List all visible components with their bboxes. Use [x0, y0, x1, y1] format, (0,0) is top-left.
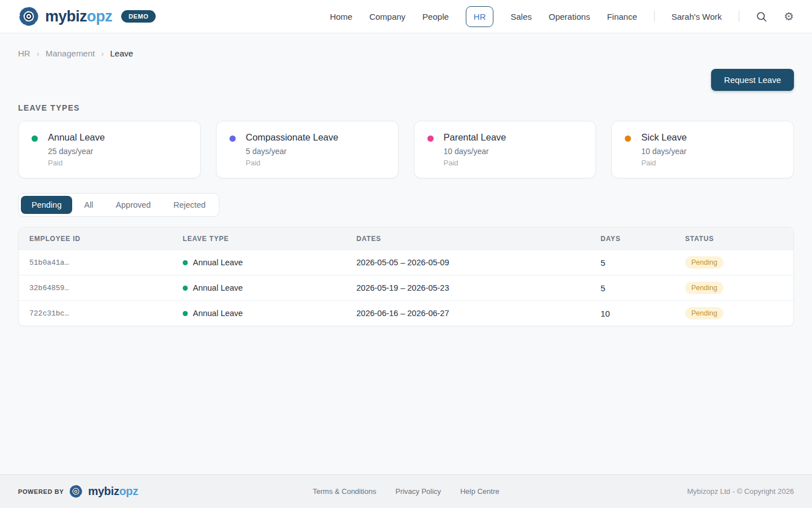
leave-requests-table: EMPLOYEE ID LEAVE TYPE DATES DAYS STATUS… — [18, 227, 794, 326]
table-row[interactable]: 51b0a41a… Annual Leave 2026-05-05 – 2026… — [19, 249, 793, 275]
leave-type-paid: Paid — [246, 159, 338, 167]
nav-item-hr[interactable]: HR — [466, 6, 494, 27]
app-header: mybizopz DEMO Home Company People HR Sal… — [0, 0, 812, 33]
table-header-row: EMPLOYEE ID LEAVE TYPE DATES DAYS STATUS — [19, 227, 793, 249]
status-filter-tabs: Pending All Approved Rejected — [18, 193, 219, 217]
leave-type-name: Compassionate Leave — [246, 132, 338, 143]
leave-type-label: Annual Leave — [193, 258, 243, 267]
leave-type-name: Sick Leave — [641, 132, 687, 143]
nav-item-people[interactable]: People — [422, 12, 449, 21]
search-icon[interactable] — [756, 11, 767, 22]
leave-type-card-parental: Parental Leave 10 days/year Paid — [414, 121, 597, 178]
status-cell: Pending — [685, 256, 793, 269]
leave-type-cell: Annual Leave — [183, 309, 356, 318]
main-content: HR › Management › Leave Request Leave LE… — [0, 33, 812, 474]
copyright-text: Mybizopz Ltd - © Copyright 2026 — [687, 487, 794, 496]
user-menu[interactable]: Sarah's Work — [672, 12, 722, 21]
table-row[interactable]: 722c31bc… Annual Leave 2026-06-16 – 2026… — [19, 300, 793, 326]
employee-id: 32b64859… — [29, 284, 183, 292]
status-badge: Pending — [685, 256, 723, 269]
tab-rejected[interactable]: Rejected — [162, 196, 216, 214]
chevron-right-icon: › — [101, 49, 104, 58]
help-centre-link[interactable]: Help Centre — [460, 487, 499, 496]
leave-type-card-compassionate: Compassionate Leave 5 days/year Paid — [216, 121, 399, 178]
leave-type-allowance: 10 days/year — [444, 147, 506, 156]
leave-type-card-sick: Sick Leave 10 days/year Paid — [611, 121, 794, 178]
tab-pending[interactable]: Pending — [21, 196, 72, 214]
date-range: 2026-05-19 – 2026-05-23 — [356, 283, 601, 292]
breadcrumb-hr[interactable]: HR — [18, 49, 30, 58]
leave-type-dot — [32, 135, 38, 142]
gear-icon[interactable]: ⚙ — [784, 11, 794, 22]
breadcrumb: HR › Management › Leave — [18, 49, 794, 58]
brand-logo[interactable]: mybizopz — [18, 6, 112, 27]
breadcrumb-leave: Leave — [110, 49, 133, 58]
leave-type-cards: Annual Leave 25 days/year Paid Compassio… — [18, 121, 794, 178]
leave-types-title: LEAVE TYPES — [18, 103, 794, 112]
nav-item-finance[interactable]: Finance — [607, 12, 637, 21]
powered-by-label: POWERED BY — [18, 488, 64, 495]
column-header-dates: DATES — [356, 235, 601, 243]
column-header-employee-id: EMPLOYEE ID — [29, 235, 183, 243]
privacy-link[interactable]: Privacy Policy — [395, 487, 441, 496]
footer-brand-wordmark: mybizopz — [88, 485, 138, 498]
brand-logo-icon — [18, 6, 39, 27]
leave-type-paid: Paid — [641, 159, 687, 167]
leave-type-allowance: 25 days/year — [48, 147, 105, 156]
page-actions: Request Leave — [18, 69, 794, 91]
nav-item-sales[interactable]: Sales — [510, 12, 532, 21]
leave-type-dot — [183, 286, 188, 291]
leave-type-name: Annual Leave — [48, 132, 105, 143]
nav-item-operations[interactable]: Operations — [549, 12, 590, 21]
date-range: 2026-05-05 – 2026-05-09 — [356, 258, 601, 267]
tab-approved[interactable]: Approved — [105, 196, 161, 214]
status-badge: Pending — [685, 282, 723, 294]
leave-type-dot — [183, 311, 188, 316]
leave-type-paid: Paid — [48, 159, 105, 167]
status-cell: Pending — [685, 282, 793, 294]
column-header-leave-type: LEAVE TYPE — [183, 235, 356, 243]
nav-divider — [654, 11, 655, 22]
table-row[interactable]: 32b64859… Annual Leave 2026-05-19 – 2026… — [19, 275, 793, 300]
leave-type-dot — [427, 135, 434, 142]
employee-id: 51b0a41a… — [29, 259, 183, 267]
footer-branding: POWERED BY mybizopz — [18, 484, 138, 498]
leave-type-card-annual: Annual Leave 25 days/year Paid — [18, 121, 201, 178]
days-count: 5 — [601, 283, 685, 293]
tab-all[interactable]: All — [73, 196, 104, 214]
leave-type-cell: Annual Leave — [183, 258, 356, 267]
status-badge: Pending — [685, 307, 723, 319]
demo-badge: DEMO — [121, 10, 156, 23]
leave-type-dot — [183, 260, 188, 265]
leave-type-label: Annual Leave — [193, 309, 243, 318]
brand-logo-icon — [69, 484, 83, 498]
leave-type-allowance: 10 days/year — [641, 147, 687, 156]
chevron-right-icon: › — [37, 49, 39, 58]
leave-type-cell: Annual Leave — [183, 283, 356, 292]
app-footer: POWERED BY mybizopz Terms & Conditions P… — [0, 474, 812, 508]
main-nav: Home Company People HR Sales Operations … — [330, 6, 794, 27]
breadcrumb-management[interactable]: Management — [46, 49, 95, 58]
request-leave-button[interactable]: Request Leave — [711, 69, 794, 91]
leave-type-dot — [625, 135, 631, 142]
leave-type-label: Annual Leave — [193, 283, 243, 292]
leave-type-name: Parental Leave — [444, 132, 506, 143]
brand-wordmark: mybizopz — [45, 8, 112, 25]
nav-divider — [739, 11, 739, 22]
leave-type-paid: Paid — [444, 159, 506, 167]
nav-item-home[interactable]: Home — [330, 12, 352, 21]
date-range: 2026-06-16 – 2026-06-27 — [356, 309, 601, 318]
leave-type-allowance: 5 days/year — [246, 147, 338, 156]
employee-id: 722c31bc… — [29, 309, 183, 318]
footer-links: Terms & Conditions Privacy Policy Help C… — [312, 487, 499, 496]
column-header-status: STATUS — [685, 235, 793, 243]
leave-type-dot — [230, 135, 236, 142]
nav-item-company[interactable]: Company — [369, 12, 405, 21]
status-cell: Pending — [685, 307, 793, 319]
column-header-days: DAYS — [601, 235, 685, 243]
terms-link[interactable]: Terms & Conditions — [312, 487, 376, 496]
days-count: 5 — [601, 258, 685, 268]
days-count: 10 — [601, 309, 685, 318]
